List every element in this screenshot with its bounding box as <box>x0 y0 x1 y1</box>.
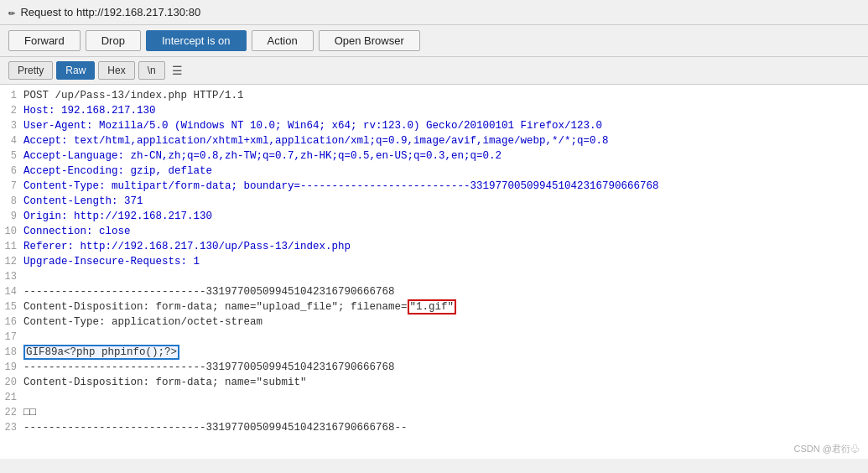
table-row: 16Content-Type: application/octet-stream <box>0 314 868 330</box>
line-content: □□ <box>23 405 868 420</box>
line-content: POST /up/Pass-13/index.php HTTP/1.1 <box>23 88 868 103</box>
line-number: 17 <box>0 330 23 345</box>
line-content: Content-Length: 371 <box>23 194 868 209</box>
line-content: Content-Type: application/octet-stream <box>23 314 868 330</box>
line-content: Accept-Language: zh-CN,zh;q=0.8,zh-TW;q=… <box>23 148 868 164</box>
tab-pretty[interactable]: Pretty <box>8 61 53 80</box>
toolbar: Forward Drop Intercept is on Action Open… <box>0 25 868 57</box>
line-number: 1 <box>0 88 23 103</box>
filename-highlight: "1.gif" <box>408 299 457 314</box>
gif-payload-highlight: GIF89a<?php phpinfo();?> <box>23 345 179 360</box>
line-number: 18 <box>0 345 23 360</box>
table-row: 1POST /up/Pass-13/index.php HTTP/1.1 <box>0 88 868 103</box>
line-number: 11 <box>0 239 23 254</box>
line-number: 9 <box>0 209 23 224</box>
table-row: 9Origin: http://192.168.217.130 <box>0 209 868 224</box>
line-number: 12 <box>0 254 23 269</box>
line-content: User-Agent: Mozilla/5.0 (Windows NT 10.0… <box>23 118 868 133</box>
table-row: 3User-Agent: Mozilla/5.0 (Windows NT 10.… <box>0 118 868 133</box>
line-number: 21 <box>0 390 23 405</box>
open-browser-button[interactable]: Open Browser <box>319 30 420 51</box>
line-number: 5 <box>0 148 23 164</box>
line-content: Content-Type: multipart/form-data; bound… <box>23 179 868 194</box>
table-row: 15Content-Disposition: form-data; name="… <box>0 299 868 314</box>
line-number: 23 <box>0 420 23 435</box>
line-number: 10 <box>0 224 23 239</box>
table-row: 4Accept: text/html,application/xhtml+xml… <box>0 133 868 148</box>
content-area: 1POST /up/Pass-13/index.php HTTP/1.12Hos… <box>0 85 868 459</box>
line-content: Content-Disposition: form-data; name="up… <box>23 299 868 314</box>
table-row: 8Content-Length: 371 <box>0 194 868 209</box>
table-row: 23-----------------------------331977005… <box>0 420 868 435</box>
table-row: 19-----------------------------331977005… <box>0 360 868 375</box>
table-row: 6Accept-Encoding: gzip, deflate <box>0 164 868 179</box>
line-number: 22 <box>0 405 23 420</box>
table-row: 2Host: 192.168.217.130 <box>0 103 868 118</box>
line-number: 14 <box>0 284 23 299</box>
table-row: 18GIF89a<?php phpinfo();?> <box>0 345 868 360</box>
line-content: Connection: close <box>23 224 868 239</box>
line-number: 7 <box>0 179 23 194</box>
table-row: 12Upgrade-Insecure-Requests: 1 <box>0 254 868 269</box>
line-number: 8 <box>0 194 23 209</box>
table-row: 10Connection: close <box>0 224 868 239</box>
line-content: -----------------------------33197700509… <box>23 360 868 375</box>
title-bar: ✏️ Request to http://192.168.217.130:80 <box>0 0 868 25</box>
title-text: Request to http://192.168.217.130:80 <box>20 6 200 18</box>
table-row: 17 <box>0 330 868 345</box>
line-content: Host: 192.168.217.130 <box>23 103 868 118</box>
line-number: 19 <box>0 360 23 375</box>
table-row: 20Content-Disposition: form-data; name="… <box>0 375 868 390</box>
watermark: CSDN @君衍♧ <box>794 443 860 455</box>
line-number: 13 <box>0 269 23 284</box>
tab-hex[interactable]: Hex <box>98 61 134 80</box>
intercept-button[interactable]: Intercept is on <box>146 30 247 51</box>
table-row: 21 <box>0 390 868 405</box>
table-row: 13 <box>0 269 868 284</box>
line-content: GIF89a<?php phpinfo();?> <box>23 345 868 360</box>
line-number: 3 <box>0 118 23 133</box>
drop-button[interactable]: Drop <box>86 30 141 51</box>
line-number: 2 <box>0 103 23 118</box>
forward-button[interactable]: Forward <box>8 30 81 51</box>
table-row: 14-----------------------------331977005… <box>0 284 868 299</box>
line-content: Upgrade-Insecure-Requests: 1 <box>23 254 868 269</box>
line-content: Accept-Encoding: gzip, deflate <box>23 164 868 179</box>
tab-raw[interactable]: Raw <box>56 61 95 80</box>
line-number: 20 <box>0 375 23 390</box>
line-content: Content-Disposition: form-data; name="su… <box>23 375 868 390</box>
table-row: 11Referer: http://192.168.217.130/up/Pas… <box>0 239 868 254</box>
table-row: 22□□ <box>0 405 868 420</box>
tab-n[interactable]: \n <box>138 61 165 80</box>
line-content: Referer: http://192.168.217.130/up/Pass-… <box>23 239 868 254</box>
line-number: 15 <box>0 299 23 314</box>
tab-bar: Pretty Raw Hex \n ☰ <box>0 57 868 85</box>
line-number: 6 <box>0 164 23 179</box>
line-content: Accept: text/html,application/xhtml+xml,… <box>23 133 868 148</box>
line-number: 16 <box>0 314 23 330</box>
table-row: 7Content-Type: multipart/form-data; boun… <box>0 179 868 194</box>
line-number: 4 <box>0 133 23 148</box>
table-row: 5Accept-Language: zh-CN,zh;q=0.8,zh-TW;q… <box>0 148 868 164</box>
line-content: -----------------------------33197700509… <box>23 420 868 435</box>
line-content: -----------------------------33197700509… <box>23 284 868 299</box>
line-content: Origin: http://192.168.217.130 <box>23 209 868 224</box>
edit-icon: ✏️ <box>8 5 15 19</box>
menu-icon[interactable]: ☰ <box>169 64 186 78</box>
action-button[interactable]: Action <box>252 30 314 51</box>
